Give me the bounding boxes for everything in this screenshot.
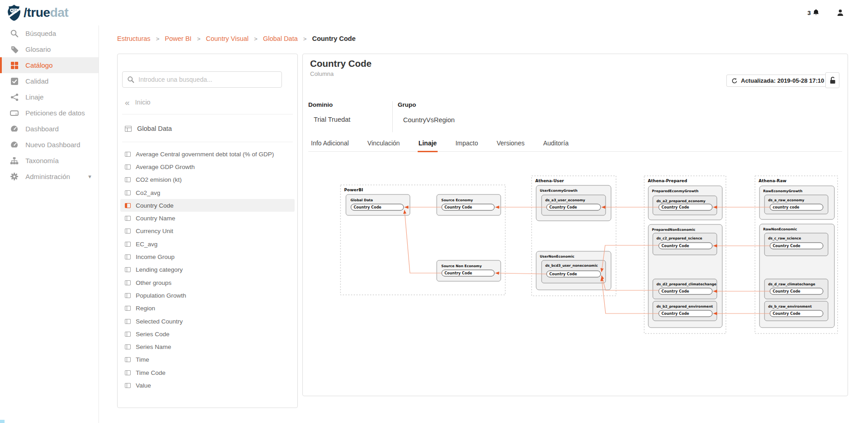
column-icon	[125, 215, 131, 221]
sidebar-item-label: Peticiones de datos	[25, 109, 85, 117]
list-item[interactable]: Region	[120, 302, 295, 315]
node-label: ds_bcd3_user_noneconomic	[545, 264, 598, 268]
list-item[interactable]: Income Group	[120, 250, 295, 263]
lineage-node-prepared-economy-growth[interactable]: PreparedEconmyGrowth ds_a2_prepared_econ…	[648, 186, 722, 220]
list-item[interactable]: Time	[120, 353, 295, 366]
tab-info-adicional[interactable]: Info Adicional	[310, 139, 350, 152]
node-label: ds_d_raw_climatechange	[768, 282, 815, 286]
node-label: ds_b_raw_environment	[768, 304, 812, 309]
breadcrumb-link[interactable]: Power BI	[165, 35, 192, 42]
sidebar: Búsqueda Glosario Catálogo Calidad Linaj…	[0, 25, 99, 423]
tab-vinculacion[interactable]: Vinculación	[366, 139, 400, 152]
user-menu-button[interactable]	[836, 9, 844, 17]
breadcrumb-link[interactable]: Global Data	[263, 35, 298, 42]
column-icon	[125, 164, 131, 170]
lineage-node-ds-c-raw-science[interactable]: ds_c_raw_science Country Code	[764, 233, 828, 256]
field-label: Country Code	[773, 244, 801, 248]
tab-impacto[interactable]: Impacto	[454, 139, 479, 152]
group-label: Grupo	[398, 101, 416, 108]
bell-icon	[812, 9, 820, 17]
sidebar-item-peticiones[interactable]: Peticiones de datos	[0, 105, 99, 121]
lineage-node-prepared-non-economic[interactable]: PreparedNonEconomic ds_c2_prepared_scien…	[648, 224, 722, 328]
lineage-node-raw-economy-growth[interactable]: RawEconomyGrowth ds_a_raw_economy countr…	[760, 186, 834, 219]
sidebar-item-administracion[interactable]: Administración ▾	[0, 169, 99, 184]
corner-accent	[0, 420, 5, 423]
lineage-node-user-economy-growth[interactable]: UserEconmyGrowth ds_a3_user_economy Coun…	[536, 185, 611, 221]
check-square-icon	[10, 77, 19, 85]
breadcrumb-link[interactable]: Country Visual	[206, 35, 249, 42]
lineage-node-ds-bcd3-user-noneconomic[interactable]: ds_bcd3_user_noneconomic Country Code	[542, 260, 606, 283]
sidebar-item-label: Dashboard	[25, 125, 59, 133]
lineage-node-ds-a3-user-economy[interactable]: ds_a3_user_economy Country Code	[542, 195, 606, 215]
field-label: country code	[773, 205, 799, 209]
truedat-logo[interactable]: /truedat	[6, 4, 69, 21]
list-item[interactable]: Average GDP Growth	[120, 160, 295, 173]
lineage-node-source-economy[interactable]: Source Economy Country Code	[437, 194, 501, 215]
refresh-updated-button[interactable]: Actualizada: 2019-05-28 17:10	[726, 75, 829, 87]
lineage-node-global-data[interactable]: Global Data Country Code	[346, 194, 410, 215]
lineage-node-ds-d2-prepared-climatechange[interactable]: ds_d2_prepared_climatechange Country Cod…	[653, 279, 717, 299]
breadcrumb-link[interactable]: Estructuras	[117, 35, 150, 42]
list-item[interactable]: Other groups	[120, 276, 295, 289]
list-item[interactable]: Country Name	[120, 212, 295, 224]
lineage-node-ds-a-raw-economy[interactable]: ds_a_raw_economy country code	[764, 195, 828, 214]
sitemap-icon	[10, 156, 19, 165]
list-item-selected[interactable]: Country Code	[120, 199, 295, 212]
list-item[interactable]: Currency Unit	[120, 225, 295, 238]
field-label: Country Code	[773, 289, 801, 294]
unlock-button[interactable]	[825, 72, 839, 88]
sidebar-item-label: Nuevo Dashboard	[25, 141, 80, 149]
lineage-node-ds-d-raw-climatechange[interactable]: ds_d_raw_climatechange Country Code	[764, 279, 828, 299]
list-item[interactable]: Population Growth	[120, 289, 295, 302]
list-item[interactable]: Value	[120, 379, 295, 392]
sidebar-item-busqueda[interactable]: Búsqueda	[0, 25, 99, 41]
list-item[interactable]: Selected Country	[120, 315, 295, 328]
sidebar-item-label: Calidad	[25, 77, 49, 85]
list-item[interactable]: Lending category	[120, 264, 295, 276]
notifications-button[interactable]: 3	[807, 9, 820, 17]
tab-bar: Info Adicional Vinculación Linaje Impact…	[308, 139, 842, 152]
main-content: Estructuras > Power BI > Country Visual …	[99, 25, 868, 423]
lineage-node-ds-a2-prepared-economy[interactable]: ds_a2_prepared_economy Country Code	[653, 196, 717, 215]
search-icon	[127, 76, 134, 83]
search-input[interactable]	[138, 76, 277, 83]
double-chevron-left-icon: «	[125, 98, 130, 107]
sidebar-item-linaje[interactable]: Linaje	[0, 89, 99, 105]
lineage-node-source-non-economy[interactable]: Source Non Economy Country Code	[437, 260, 501, 281]
back-to-inicio[interactable]: « Inicio	[118, 92, 297, 112]
lineage-graph[interactable]: PowerBI Athena-User Athena-Prepared Athe…	[336, 171, 840, 343]
sidebar-item-dashboard[interactable]: Dashboard	[0, 121, 99, 137]
app: /truedat 3	[0, 0, 868, 423]
sidebar-item-nuevo-dashboard[interactable]: Nuevo Dashboard	[0, 137, 99, 153]
lineage-node-ds-b2-prepared-environment[interactable]: ds_b2_prepared_environment Country Code	[653, 301, 717, 321]
lineage-node-raw-non-economic[interactable]: RawNonEconomic ds_c_raw_science Country …	[760, 224, 834, 328]
sidebar-item-catalogo[interactable]: Catálogo	[0, 57, 99, 73]
list-item[interactable]: Co2_avg	[120, 186, 295, 199]
sidebar-item-taxonomia[interactable]: Taxonomía	[0, 153, 99, 169]
lineage-node-ds-b-raw-environment[interactable]: ds_b_raw_environment Country Code	[764, 301, 828, 321]
list-item[interactable]: Average Central government debt total (%…	[120, 148, 295, 160]
list-item[interactable]: Series Code	[120, 328, 295, 340]
parent-structure-global-data[interactable]: Global Data	[118, 117, 297, 140]
list-item[interactable]: Time Code	[120, 366, 295, 379]
list-item-label: EC_avg	[136, 241, 158, 248]
lineage-node-user-non-economic[interactable]: UserNonEconomic ds_bcd3_user_noneconomic…	[536, 251, 611, 290]
search-box[interactable]	[122, 71, 282, 88]
lineage-node-ds-c2-prepared-science[interactable]: ds_c2_prepared_science Country Code	[653, 233, 717, 255]
domain-value: Trial Truedat	[314, 116, 350, 123]
share-icon	[10, 93, 19, 101]
tab-auditoria[interactable]: Auditoría	[542, 139, 569, 152]
breadcrumb-separator: >	[156, 35, 159, 42]
list-item[interactable]: Series Name	[120, 340, 295, 353]
user-icon	[836, 9, 844, 17]
list-item[interactable]: CO2 emision (kt)	[120, 174, 295, 186]
tab-versiones[interactable]: Versiones	[496, 139, 525, 152]
sidebar-item-glosario[interactable]: Glosario	[0, 41, 99, 57]
field-label: Country Code	[661, 289, 690, 294]
tab-linaje[interactable]: Linaje	[418, 139, 438, 152]
list-item-label: Time Code	[136, 369, 166, 376]
list-item[interactable]: EC_avg	[120, 238, 295, 250]
sidebar-item-calidad[interactable]: Calidad	[0, 73, 99, 89]
top-bar: /truedat 3	[0, 0, 868, 25]
field-label: Country Code	[549, 205, 577, 209]
